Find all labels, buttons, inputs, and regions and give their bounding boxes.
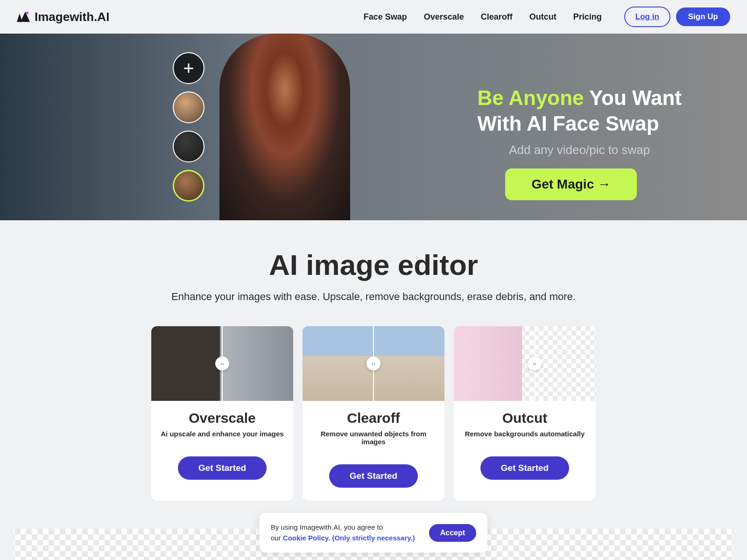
hero-subtitle: Add any video/pic to swap [477, 143, 682, 157]
nav-overscale[interactable]: Overscale [424, 12, 464, 22]
login-button[interactable]: Log in [624, 7, 670, 27]
nav-outcut[interactable]: Outcut [529, 12, 557, 22]
cookie-line1: By using Imagewith.AI, you agree to [271, 523, 383, 531]
hero-title-rest1: You Want [589, 86, 682, 109]
page-title: AI image editor [0, 248, 747, 281]
svg-point-2 [26, 12, 28, 14]
signup-button[interactable]: Sign Up [676, 7, 730, 26]
card-overscale-desc: Ai upscale and enhance your images [159, 430, 286, 438]
card-outcut-desc: Remove backgrounds automatically [461, 430, 588, 438]
compare-slider-handle[interactable]: ‹› [528, 357, 542, 371]
main-nav: Face Swap Overscale Clearoff Outcut Pric… [364, 12, 602, 22]
page-subtitle: Enhance your images with ease. Upscale, … [0, 291, 747, 303]
nav-clearoff[interactable]: Clearoff [481, 12, 513, 22]
cookie-text: By using Imagewith.AI, you agree to our … [271, 522, 415, 543]
face-option-2[interactable] [173, 131, 204, 162]
feature-cards: ‹› Overscale Ai upscale and enhance your… [0, 326, 747, 501]
logo[interactable]: Imagewith.AI [17, 10, 109, 24]
card-clearoff-button[interactable]: Get Started [329, 464, 418, 488]
card-clearoff-preview[interactable]: ‹› [303, 326, 444, 401]
card-overscale-button[interactable]: Get Started [178, 456, 267, 480]
chevron-right-icon: › [535, 361, 536, 366]
nav-face-swap[interactable]: Face Swap [364, 12, 407, 22]
hero-text-block: Be Anyone You Want With AI Face Swap Add… [477, 85, 682, 200]
cookie-accept-button[interactable]: Accept [429, 524, 476, 542]
cookie-banner: By using Imagewith.AI, you agree to our … [260, 513, 487, 553]
main-section: AI image editor Enhance your images with… [0, 220, 747, 519]
hero-title-rest2: With AI Face Swap [477, 112, 659, 135]
card-outcut: ‹› Outcut Remove backgrounds automatical… [454, 326, 596, 501]
compare-slider-handle[interactable]: ‹› [366, 357, 381, 371]
nav-pricing[interactable]: Pricing [573, 12, 602, 22]
face-option-1[interactable] [173, 91, 204, 123]
card-clearoff-title: Clearoff [310, 410, 437, 426]
card-clearoff-desc: Remove unwanted objects from images [310, 430, 437, 446]
face-selector: + [173, 52, 204, 202]
hero-title-highlight: Be Anyone [477, 86, 584, 109]
hero-title: Be Anyone You Want With AI Face Swap [477, 85, 682, 136]
hero-cta-button[interactable]: Get Magic → [505, 168, 637, 200]
header: Imagewith.AI Face Swap Overscale Clearof… [0, 0, 747, 34]
auth-buttons: Log in Sign Up [624, 7, 730, 27]
chevron-right-icon: › [374, 361, 375, 366]
plus-icon: + [183, 58, 194, 79]
logo-icon [17, 12, 30, 22]
card-outcut-preview[interactable]: ‹› [454, 326, 596, 401]
compare-slider-handle[interactable]: ‹› [215, 357, 229, 371]
chevron-right-icon: › [222, 361, 224, 366]
add-face-button[interactable]: + [173, 52, 204, 84]
card-overscale-preview[interactable]: ‹› [151, 326, 293, 401]
card-outcut-button[interactable]: Get Started [480, 456, 569, 480]
card-outcut-title: Outcut [461, 410, 588, 426]
hero-portrait [219, 34, 350, 220]
header-right: Face Swap Overscale Clearoff Outcut Pric… [364, 7, 730, 27]
hero-banner: + Be Anyone You Want With AI Face Swap A… [0, 34, 747, 220]
card-clearoff: ‹› Clearoff Remove unwanted objects from… [303, 326, 444, 501]
cookie-policy-link[interactable]: Cookie Policy. (Only strictly necessary.… [283, 534, 415, 542]
face-option-3[interactable] [173, 170, 204, 202]
svg-marker-1 [21, 12, 30, 22]
brand-name: Imagewith.AI [35, 10, 109, 24]
card-overscale-title: Overscale [159, 410, 286, 426]
card-overscale: ‹› Overscale Ai upscale and enhance your… [151, 326, 293, 501]
cookie-line2: our [271, 534, 283, 542]
